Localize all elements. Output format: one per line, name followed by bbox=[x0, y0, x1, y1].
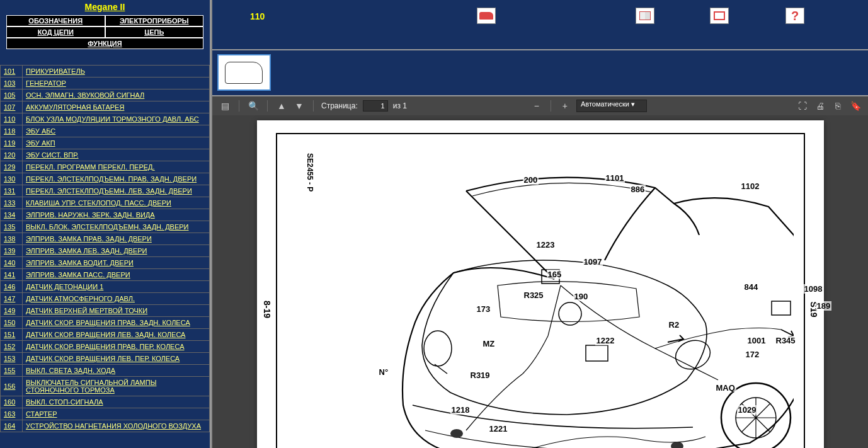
desc-cell[interactable]: ЭЛПРИВ. ЗАМКА ВОДИТ. ДВЕРИ bbox=[23, 257, 210, 269]
download-icon[interactable]: ⎘ bbox=[831, 100, 844, 112]
desc-cell[interactable]: ЭЛПРИВ. ЗАМКА ПАСС. ДВЕРИ bbox=[23, 269, 210, 281]
code-link[interactable]: 118 bbox=[4, 127, 15, 135]
desc-cell[interactable]: ЭЛПРИВ. ЗАМКА ПРАВ. ЗАДН. ДВЕРИ bbox=[23, 233, 210, 245]
zoom-out-icon[interactable]: − bbox=[530, 100, 543, 112]
sidebar-row[interactable]: 163СТАРТЕР bbox=[1, 408, 210, 420]
desc-cell[interactable]: УСТРОЙСТВО НАГНЕТАНИЯ ХОЛОДНОГО ВОЗДУХА bbox=[23, 420, 210, 432]
desc-cell[interactable]: АККУМУЛЯТОРНАЯ БАТАРЕЯ bbox=[23, 101, 210, 113]
code-link[interactable]: 107 bbox=[4, 103, 15, 111]
code-link[interactable]: 129 bbox=[4, 163, 15, 171]
sidebar-row[interactable]: 101ПРИКУРИВАТЕЛЬ bbox=[1, 66, 210, 78]
desc-cell[interactable]: ДАТЧИК АТМОСФЕРНОГО ДАВЛ. bbox=[23, 293, 210, 305]
desc-cell[interactable]: ЭЛПРИВ. ЗАМКА ЛЕВ. ЗАДН. ДВЕРИ bbox=[23, 245, 210, 257]
help-icon[interactable]: ? bbox=[785, 8, 804, 24]
page-thumbnail[interactable] bbox=[217, 54, 271, 91]
desc-cell[interactable]: КЛАВИША УПР. СТЕКЛОПОД. ПАСС. ДВЕРИ bbox=[23, 197, 210, 209]
desc-cell[interactable]: ОСН. ЭЛМАГН. ЗВУКОВОЙ СИГНАЛ bbox=[23, 89, 210, 101]
sidebar-row[interactable]: 153ДАТЧИК СКОР. ВРАЩЕНИЯ ЛЕВ. ПЕР. КОЛЕС… bbox=[1, 353, 210, 365]
print-icon[interactable]: 🖨 bbox=[814, 100, 826, 112]
code-link[interactable]: 103 bbox=[4, 79, 15, 87]
desc-cell[interactable]: ДАТЧИК ДЕТОНАЦИИ 1 bbox=[23, 281, 210, 293]
sidebar-row[interactable]: 147ДАТЧИК АТМОСФЕРНОГО ДАВЛ. bbox=[1, 293, 210, 305]
nav-elektropribory[interactable]: ЭЛЕКТРОПРИБОРЫ bbox=[105, 15, 204, 26]
desc-cell[interactable]: ЭБУ АБС bbox=[23, 125, 210, 137]
desc-cell[interactable]: ВЫКЛ. БЛОК. ЭЛСТЕКЛПОДЪЕМН. ЗАДН. ДВЕРИ bbox=[23, 221, 210, 233]
desc-cell[interactable]: ДАТЧИК ВЕРХНЕЙ МЕРТВОЙ ТОЧКИ bbox=[23, 305, 210, 317]
manual-icon[interactable] bbox=[636, 8, 654, 24]
page-input[interactable] bbox=[363, 100, 388, 112]
prev-page-icon[interactable]: ▲ bbox=[275, 100, 288, 112]
code-link[interactable]: 164 bbox=[4, 422, 15, 430]
tool-icon[interactable] bbox=[710, 8, 729, 24]
desc-cell[interactable]: ПЕРЕКЛ. ЭЛСТЕКЛПОДЪЕМН. ПРАВ. ЗАДН. ДВЕР… bbox=[23, 173, 210, 185]
code-link[interactable]: 120 bbox=[4, 151, 15, 159]
desc-cell[interactable]: ПРИКУРИВАТЕЛЬ bbox=[23, 66, 210, 78]
desc-cell[interactable]: ДАТЧИК СКОР. ВРАЩЕНИЯ ПРАВ. ПЕР. КОЛЕСА bbox=[23, 341, 210, 353]
fullscreen-icon[interactable]: ⛶ bbox=[796, 100, 809, 112]
sidebar-row[interactable]: 138ЭЛПРИВ. ЗАМКА ПРАВ. ЗАДН. ДВЕРИ bbox=[1, 233, 210, 245]
sidebar-row[interactable]: 110БЛОК УЗЛА МОДУЛЯЦИИ ТОРМОЗНОГО ДАВЛ. … bbox=[1, 113, 210, 125]
code-link[interactable]: 130 bbox=[4, 175, 15, 183]
next-page-icon[interactable]: ▼ bbox=[293, 100, 306, 112]
code-link[interactable]: 163 bbox=[4, 410, 15, 418]
code-link[interactable]: 105 bbox=[4, 91, 15, 99]
sidebar-toggle-icon[interactable]: ▤ bbox=[219, 100, 231, 112]
sidebar-row[interactable]: 135ВЫКЛ. БЛОК. ЭЛСТЕКЛПОДЪЕМН. ЗАДН. ДВЕ… bbox=[1, 221, 210, 233]
desc-cell[interactable]: ВЫКЛЮЧАТЕЛЬ СИГНАЛЬНОЙ ЛАМПЫ СТОЯНОЧНОГО… bbox=[23, 377, 210, 396]
search-icon[interactable]: 🔍 bbox=[247, 100, 260, 112]
code-link[interactable]: 147 bbox=[4, 295, 15, 302]
nav-oboznacheniya[interactable]: ОБОЗНАЧЕНИЯ bbox=[6, 15, 105, 26]
sidebar-row[interactable]: 164УСТРОЙСТВО НАГНЕТАНИЯ ХОЛОДНОГО ВОЗДУ… bbox=[1, 420, 210, 432]
sidebar-row[interactable]: 119ЭБУ АКП bbox=[1, 137, 210, 149]
desc-cell[interactable]: ВЫКЛ. СВЕТА ЗАДН. ХОДА bbox=[23, 365, 210, 377]
sidebar-row[interactable]: 129ПЕРЕКЛ. ПРОГРАММ ПЕРЕКЛ. ПЕРЕД. bbox=[1, 161, 210, 173]
sidebar-row[interactable]: 151ДАТЧИК СКОР. ВРАЩЕНИЯ ЛЕВ. ЗАДН. КОЛЕ… bbox=[1, 329, 210, 341]
desc-cell[interactable]: ПЕРЕКЛ. ПРОГРАММ ПЕРЕКЛ. ПЕРЕД. bbox=[23, 161, 210, 173]
code-link[interactable]: 131 bbox=[4, 187, 15, 195]
desc-cell[interactable]: БЛОК УЗЛА МОДУЛЯЦИИ ТОРМОЗНОГО ДАВЛ. АБС bbox=[23, 113, 210, 125]
code-link[interactable]: 153 bbox=[4, 355, 15, 362]
desc-cell[interactable]: ЭБУ АКП bbox=[23, 137, 210, 149]
sidebar-row[interactable]: 152ДАТЧИК СКОР. ВРАЩЕНИЯ ПРАВ. ПЕР. КОЛЕ… bbox=[1, 341, 210, 353]
code-link[interactable]: 155 bbox=[4, 367, 15, 374]
sidebar-row[interactable]: 139ЭЛПРИВ. ЗАМКА ЛЕВ. ЗАДН. ДВЕРИ bbox=[1, 245, 210, 257]
sidebar-row[interactable]: 156ВЫКЛЮЧАТЕЛЬ СИГНАЛЬНОЙ ЛАМПЫ СТОЯНОЧН… bbox=[1, 377, 210, 396]
desc-cell[interactable]: ДАТЧИК СКОР. ВРАЩЕНИЯ ЛЕВ. ПЕР. КОЛЕСА bbox=[23, 353, 210, 365]
desc-cell[interactable]: ГЕНЕРАТОР bbox=[23, 78, 210, 89]
desc-cell[interactable]: ДАТЧИК СКОР. ВРАЩЕНИЯ ЛЕВ. ЗАДН. КОЛЕСА bbox=[23, 329, 210, 341]
sidebar-row[interactable]: 134ЭЛПРИВ. НАРУЖН. ЗЕРК. ЗАДН. ВИДА bbox=[1, 209, 210, 221]
zoom-in-icon[interactable]: + bbox=[559, 100, 571, 112]
code-link[interactable]: 146 bbox=[4, 283, 15, 290]
sidebar-row[interactable]: 105ОСН. ЭЛМАГН. ЗВУКОВОЙ СИГНАЛ bbox=[1, 89, 210, 101]
pdf-content-area[interactable]: 8-19 S19 SE2455 - P bbox=[212, 115, 868, 448]
zoom-select[interactable]: Автоматически ▾ bbox=[576, 100, 647, 112]
sidebar-row[interactable]: 107АККУМУЛЯТОРНАЯ БАТАРЕЯ bbox=[1, 101, 210, 113]
sidebar-row[interactable]: 120ЭБУ СИСТ. ВПР. bbox=[1, 149, 210, 161]
code-link[interactable]: 101 bbox=[4, 67, 15, 75]
title-link[interactable]: Megane II bbox=[85, 2, 125, 12]
bookmark-icon[interactable]: 🔖 bbox=[849, 100, 862, 112]
sidebar-row[interactable]: 155ВЫКЛ. СВЕТА ЗАДН. ХОДА bbox=[1, 365, 210, 377]
code-link[interactable]: 160 bbox=[4, 398, 15, 406]
sidebar-row[interactable]: 131ПЕРЕКЛ. ЭЛСТЕКЛПОДЪЕМН. ЛЕВ. ЗАДН. ДВ… bbox=[1, 185, 210, 197]
sidebar-row[interactable]: 146ДАТЧИК ДЕТОНАЦИИ 1 bbox=[1, 281, 210, 293]
code-link[interactable]: 141 bbox=[4, 271, 15, 279]
desc-cell[interactable]: ВЫКЛ. СТОП-СИГНАЛА bbox=[23, 396, 210, 408]
code-link[interactable]: 151 bbox=[4, 331, 15, 338]
code-link[interactable]: 138 bbox=[4, 235, 15, 243]
sidebar-row[interactable]: 118ЭБУ АБС bbox=[1, 125, 210, 137]
nav-funktsiya[interactable]: ФУНКЦИЯ bbox=[6, 38, 203, 49]
desc-cell[interactable]: ДАТЧИК СКОР. ВРАЩЕНИЯ ПРАВ. ЗАДН. КОЛЕСА bbox=[23, 317, 210, 329]
code-link[interactable]: 134 bbox=[4, 211, 15, 219]
nav-kod-tsepi[interactable]: КОД ЦЕПИ bbox=[6, 26, 105, 38]
sidebar-row[interactable]: 133КЛАВИША УПР. СТЕКЛОПОД. ПАСС. ДВЕРИ bbox=[1, 197, 210, 209]
code-link[interactable]: 152 bbox=[4, 343, 15, 350]
desc-cell[interactable]: ПЕРЕКЛ. ЭЛСТЕКЛПОДЪЕМН. ЛЕВ. ЗАДН. ДВЕРИ bbox=[23, 185, 210, 197]
desc-cell[interactable]: ЭЛПРИВ. НАРУЖН. ЗЕРК. ЗАДН. ВИДА bbox=[23, 209, 210, 221]
desc-cell[interactable]: СТАРТЕР bbox=[23, 408, 210, 420]
code-link[interactable]: 149 bbox=[4, 307, 15, 314]
sidebar-row[interactable]: 140ЭЛПРИВ. ЗАМКА ВОДИТ. ДВЕРИ bbox=[1, 257, 210, 269]
code-link[interactable]: 133 bbox=[4, 199, 15, 207]
code-link[interactable]: 150 bbox=[4, 319, 15, 326]
desc-cell[interactable]: ЭБУ СИСТ. ВПР. bbox=[23, 149, 210, 161]
